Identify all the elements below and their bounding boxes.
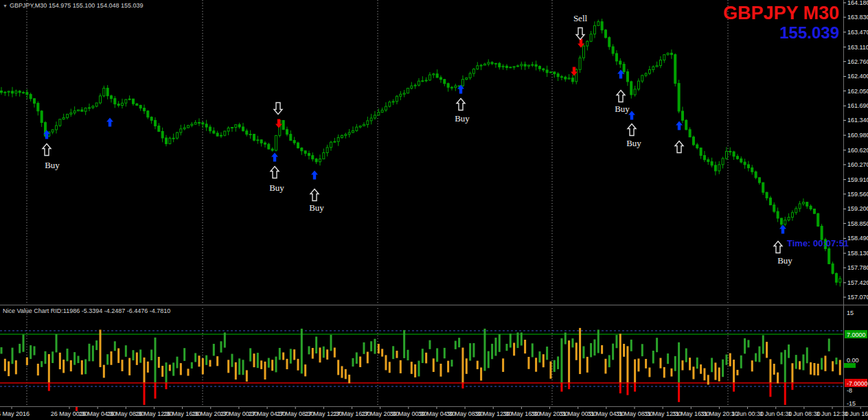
svg-text:159.200: 159.200 (847, 205, 868, 212)
current-price-watermark: 155.039 (779, 23, 839, 43)
svg-text:158.130: 158.130 (847, 250, 868, 257)
ohlc-info-line: ▼GBPJPY,M30 154.975 155.100 154.048 155.… (3, 2, 143, 9)
up-arrow-icon (457, 99, 465, 110)
buy-label: Buy (777, 255, 792, 266)
price-axis: 164.180163.830163.470163.110162.760162.4… (843, 0, 868, 301)
svg-text:162.050: 162.050 (847, 88, 868, 95)
svg-text:-15: -15 (847, 400, 856, 407)
sell-arrow-icon (275, 119, 282, 128)
up-arrow-icon (774, 242, 782, 253)
panel-borders (0, 0, 868, 420)
svg-text:158.850: 158.850 (847, 220, 868, 227)
svg-text:1 Jun 04:30: 1 Jun 04:30 (760, 410, 792, 417)
svg-text:15: 15 (847, 310, 854, 316)
svg-text:162.760: 162.760 (847, 58, 868, 65)
chart-window: 164.180163.830163.470163.110162.760162.4… (0, 0, 868, 420)
symbol-watermark: GBPJPY M30 (723, 3, 839, 24)
buy-arrow-icon (676, 121, 683, 130)
svg-text:157.070: 157.070 (847, 294, 868, 301)
buy-label: Buy (45, 160, 60, 170)
svg-text:159.560: 159.560 (847, 191, 868, 198)
svg-text:-8: -8 (847, 387, 852, 394)
buy-label: Buy (626, 138, 641, 148)
svg-text:158.490: 158.490 (847, 235, 868, 242)
svg-text:163.110: 163.110 (847, 44, 868, 51)
svg-text:160.270: 160.270 (847, 161, 868, 168)
sell-label: Sell (573, 13, 588, 23)
svg-text:163.830: 163.830 (847, 14, 868, 21)
ohlc-text: GBPJPY,M30 154.975 155.100 154.048 155.0… (10, 2, 144, 9)
symbol-dropdown-icon[interactable]: ▼ (3, 3, 8, 8)
svg-text:1 Jun 12:30: 1 Jun 12:30 (816, 410, 849, 417)
buy-arrow-icon (311, 171, 318, 180)
svg-text:1 Jun 00:30: 1 Jun 00:30 (731, 410, 764, 417)
down-arrow-icon (576, 28, 584, 40)
svg-text:160.620: 160.620 (847, 147, 868, 154)
buy-label: Buy (615, 104, 630, 114)
up-arrow-icon (675, 141, 683, 153)
svg-text:162.400: 162.400 (847, 73, 868, 80)
buy-arrow-icon (271, 153, 278, 162)
svg-text:7.0000: 7.0000 (847, 331, 866, 338)
indicator-axis: 1580.00-8-157.0000-7.0000 (844, 310, 868, 407)
svg-text:164.180: 164.180 (847, 0, 868, 6)
svg-text:-7.0000: -7.0000 (847, 380, 868, 387)
up-arrow-icon (617, 91, 625, 102)
svg-text:157.420: 157.420 (847, 279, 868, 286)
buy-label: Buy (269, 183, 284, 193)
signal-time-label: Time: 00:07:51 (787, 238, 849, 248)
buy-label: Buy (309, 202, 324, 213)
svg-text:163.470: 163.470 (847, 29, 868, 36)
svg-text:1 Jun 08:30: 1 Jun 08:30 (788, 410, 820, 417)
svg-text:157.780: 157.780 (847, 264, 868, 271)
chart-canvas[interactable]: 164.180163.830163.470163.110162.760162.4… (0, 0, 868, 420)
up-arrow-icon (628, 124, 636, 136)
svg-text:161.690: 161.690 (847, 102, 868, 109)
down-arrow-icon (274, 103, 282, 115)
day-separators (27, 0, 728, 406)
indicator-title: Nice Value Chart RID:11986 -5.3394 -4.24… (3, 307, 170, 314)
up-arrow-icon (271, 167, 279, 178)
up-arrow-icon (310, 189, 319, 201)
svg-text:159.910: 159.910 (847, 176, 868, 183)
svg-text:1 Jun 16:30: 1 Jun 16:30 (845, 410, 868, 417)
time-axis: 25 May 201626 May 00:3026 May 04:3026 Ma… (0, 407, 868, 417)
buy-label: Buy (455, 113, 470, 124)
svg-text:25 May 2016: 25 May 2016 (0, 410, 30, 417)
svg-text:160.980: 160.980 (847, 132, 868, 139)
svg-text:0.00: 0.00 (847, 357, 859, 364)
svg-text:161.340: 161.340 (847, 117, 868, 124)
signals-group: BuyBuyBuyBuyBuyBuyBuySell (43, 13, 792, 266)
candles-group (1, 19, 841, 286)
up-arrow-icon (43, 144, 51, 156)
buy-arrow-icon (106, 118, 113, 127)
indicator-bars-group (1, 328, 841, 405)
